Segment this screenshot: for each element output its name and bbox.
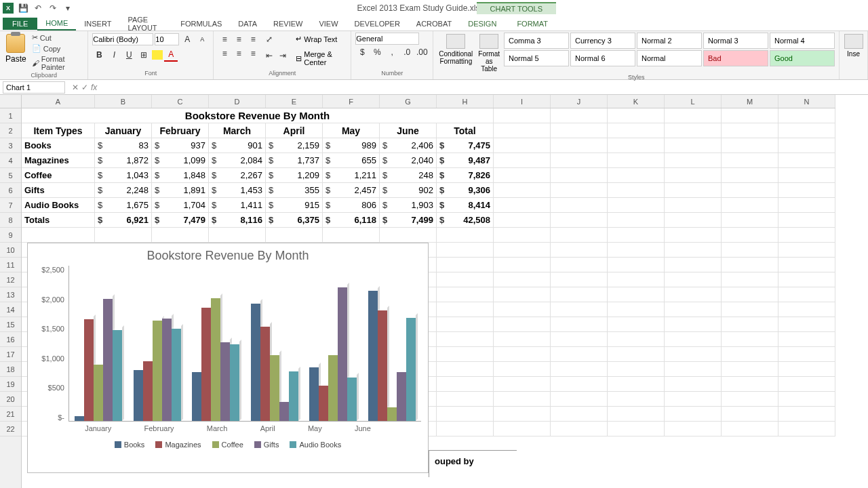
bar[interactable] xyxy=(378,310,387,421)
bar[interactable] xyxy=(230,344,239,421)
cell[interactable] xyxy=(437,392,494,407)
row-header-4[interactable]: 4 xyxy=(0,153,21,168)
cell[interactable] xyxy=(494,377,551,392)
cell[interactable] xyxy=(494,123,551,138)
cell[interactable] xyxy=(778,377,835,392)
row-header-3[interactable]: 3 xyxy=(0,138,21,153)
font-color-button[interactable]: A xyxy=(164,48,178,62)
cell[interactable] xyxy=(608,377,665,392)
cell[interactable] xyxy=(665,198,722,213)
cell[interactable] xyxy=(608,108,665,123)
cell[interactable] xyxy=(551,228,608,243)
bar[interactable] xyxy=(113,330,122,421)
cell[interactable] xyxy=(722,302,778,317)
cell[interactable] xyxy=(551,347,608,362)
cell[interactable] xyxy=(95,228,152,243)
cell[interactable] xyxy=(380,228,437,243)
cell[interactable] xyxy=(551,168,608,183)
cell[interactable] xyxy=(665,138,722,153)
format-as-table-button[interactable]: Format as Table xyxy=(477,33,501,74)
cell[interactable] xyxy=(665,302,722,317)
cell[interactable] xyxy=(778,347,835,362)
cell[interactable] xyxy=(778,123,835,138)
style-currency3[interactable]: Currency 3 xyxy=(570,33,635,49)
cell[interactable]: $2,040 xyxy=(380,153,437,168)
cell[interactable]: $1,891 xyxy=(152,183,209,198)
bar[interactable] xyxy=(319,386,328,421)
undo-icon[interactable]: ↶ xyxy=(33,3,43,14)
cell[interactable]: February xyxy=(152,123,209,138)
decrease-decimal-icon[interactable]: .00 xyxy=(415,45,429,59)
cell[interactable]: $2,457 xyxy=(323,183,380,198)
cell[interactable] xyxy=(778,272,835,287)
cell[interactable]: Books xyxy=(22,138,95,153)
cell[interactable] xyxy=(722,272,778,287)
cell[interactable] xyxy=(551,153,608,168)
row-header-10[interactable]: 10 xyxy=(0,243,21,258)
cell[interactable] xyxy=(551,258,608,272)
cell[interactable] xyxy=(551,287,608,302)
row-header-1[interactable]: 1 xyxy=(0,108,21,123)
cell[interactable]: $2,406 xyxy=(380,138,437,153)
cell[interactable] xyxy=(494,183,551,198)
cell[interactable] xyxy=(665,213,722,228)
cell[interactable] xyxy=(494,272,551,287)
bar[interactable] xyxy=(397,372,406,421)
copy-button[interactable]: 📄Copy xyxy=(31,43,84,54)
cell[interactable]: $7,479 xyxy=(152,213,209,228)
indent-increase-icon[interactable]: ⇥ xyxy=(276,49,290,62)
cell[interactable]: Bookstore Revenue By Month xyxy=(22,108,494,123)
conditional-formatting-button[interactable]: Conditional Formatting xyxy=(437,33,474,66)
row-header-2[interactable]: 2 xyxy=(0,123,21,138)
bar[interactable] xyxy=(279,402,289,421)
cell[interactable]: Coffee xyxy=(22,168,95,183)
cell[interactable]: $2,159 xyxy=(266,138,323,153)
cell[interactable] xyxy=(608,198,665,213)
chart-legend[interactable]: BooksMagazinesCoffeeGiftsAudio Books xyxy=(28,432,428,449)
legend-item[interactable]: Gifts xyxy=(254,441,279,449)
chart-x-axis[interactable]: JanuaryFebruaryMarchAprilMayJune xyxy=(28,422,428,432)
cell[interactable] xyxy=(778,108,835,123)
col-header-H[interactable]: H xyxy=(437,95,494,108)
cell[interactable] xyxy=(722,422,778,436)
cell[interactable] xyxy=(608,287,665,302)
shrink-font-icon[interactable]: A xyxy=(195,33,209,46)
bar[interactable] xyxy=(368,291,378,421)
bar[interactable] xyxy=(211,298,220,421)
style-good[interactable]: Good xyxy=(770,50,835,66)
bold-button[interactable]: B xyxy=(92,48,106,62)
cell[interactable] xyxy=(722,213,778,228)
bar[interactable] xyxy=(134,370,143,421)
style-normal5[interactable]: Normal 5 xyxy=(504,50,569,66)
cell[interactable]: $2,267 xyxy=(209,168,266,183)
bar[interactable] xyxy=(220,342,230,421)
row-header-7[interactable]: 7 xyxy=(0,198,21,213)
bar[interactable] xyxy=(94,365,103,421)
cell[interactable] xyxy=(722,198,778,213)
cell[interactable] xyxy=(494,422,551,436)
cell[interactable] xyxy=(494,407,551,422)
cell[interactable] xyxy=(551,108,608,123)
cell[interactable] xyxy=(494,392,551,407)
row-header-14[interactable]: 14 xyxy=(0,302,21,317)
align-center-icon[interactable]: ≡ xyxy=(232,47,245,60)
cell[interactable]: $1,043 xyxy=(95,168,152,183)
cell[interactable]: $1,209 xyxy=(266,168,323,183)
cell[interactable] xyxy=(608,183,665,198)
indent-decrease-icon[interactable]: ⇤ xyxy=(262,49,276,62)
cell[interactable]: $1,903 xyxy=(380,198,437,213)
col-header-E[interactable]: E xyxy=(266,95,323,108)
insert-button[interactable]: Inse xyxy=(844,33,863,59)
cell[interactable] xyxy=(608,347,665,362)
tab-review[interactable]: REVIEW xyxy=(265,18,311,30)
bar[interactable] xyxy=(251,304,260,421)
excel-icon[interactable]: X xyxy=(3,3,14,14)
bar[interactable] xyxy=(328,355,338,421)
chart-plot-area[interactable]: $2,500$2,000$1,500$1,000$500$- xyxy=(28,266,428,422)
save-icon[interactable]: 💾 xyxy=(18,3,28,14)
cell[interactable] xyxy=(778,243,835,258)
cell[interactable] xyxy=(494,108,551,123)
cell[interactable] xyxy=(778,287,835,302)
cell[interactable] xyxy=(608,317,665,332)
col-header-J[interactable]: J xyxy=(551,95,608,108)
